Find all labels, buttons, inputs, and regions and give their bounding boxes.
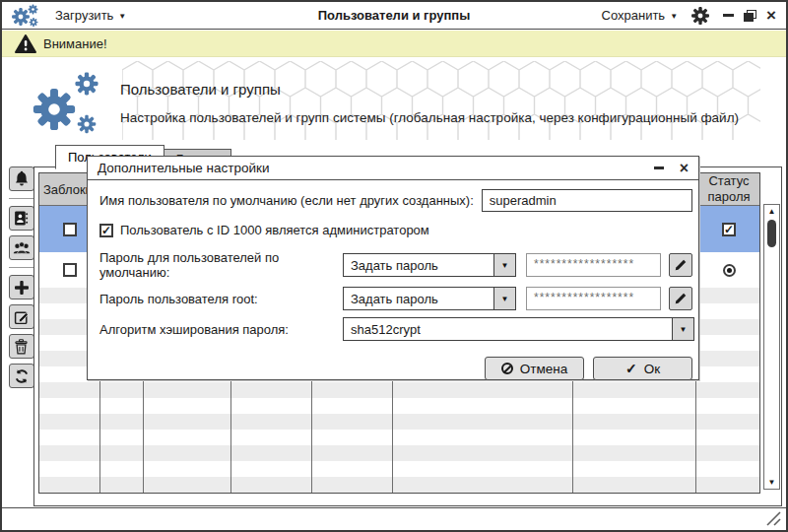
- load-button-label: Загрузить: [55, 8, 113, 23]
- cancel-button[interactable]: Отмена: [485, 357, 584, 380]
- user-groups-button[interactable]: [9, 235, 34, 260]
- module-title: Пользователи и группы: [120, 81, 281, 98]
- minimize-icon[interactable]: [723, 14, 734, 17]
- address-book-button[interactable]: [9, 206, 34, 231]
- save-button[interactable]: Сохранить ▼: [602, 8, 679, 23]
- default-username-input[interactable]: [482, 189, 692, 212]
- address-book-icon: [13, 210, 30, 227]
- dialog-title: Дополнительные настройки: [98, 161, 270, 175]
- combo-value: Задать пароль: [344, 254, 493, 276]
- titlebar: Загрузить ▼ Пользователи и группы Сохран…: [2, 2, 786, 30]
- password-status-radio-selected[interactable]: [723, 264, 736, 277]
- edit-icon: [14, 309, 30, 325]
- additional-settings-dialog: Дополнительные настройки × Имя пользоват…: [87, 156, 699, 380]
- load-button[interactable]: Загрузить ▼: [55, 8, 126, 23]
- pencil-icon: [674, 258, 688, 272]
- resize-grip[interactable]: [766, 511, 781, 526]
- ok-button[interactable]: ✓ Ок: [593, 357, 692, 380]
- users-gears-icon: [28, 67, 104, 140]
- refresh-icon: [14, 368, 30, 384]
- pencil-icon: [674, 292, 688, 305]
- status-bar: [2, 507, 786, 530]
- toolbar-separator: [9, 198, 34, 199]
- cell-password-status: ✓: [696, 206, 761, 252]
- password-status-checkbox-checked[interactable]: ✓: [722, 223, 736, 236]
- chevron-down-icon: ▼: [118, 11, 126, 21]
- root-password-label: Пароль пользователя root:: [99, 292, 343, 306]
- scrollbar-thumb[interactable]: [767, 220, 776, 247]
- vertical-scrollbar[interactable]: ▲ ▼: [763, 204, 780, 490]
- save-button-label: Сохранить: [602, 8, 666, 23]
- chevron-down-icon[interactable]: ▼: [493, 288, 515, 309]
- maximize-icon[interactable]: [744, 10, 756, 22]
- notifications-button[interactable]: [9, 166, 34, 191]
- column-header-password-status[interactable]: Статус пароля: [696, 173, 761, 205]
- chevron-down-icon[interactable]: ▼: [493, 254, 515, 276]
- edit-root-password-button[interactable]: [669, 287, 692, 310]
- side-toolbar: [8, 166, 34, 393]
- dialog-close-icon[interactable]: ×: [680, 163, 689, 174]
- module-header: Пользователи и группы Настройка пользова…: [2, 57, 786, 144]
- cell-password-status: [696, 252, 761, 288]
- settings-gear-icon[interactable]: [691, 7, 709, 25]
- root-password-input[interactable]: ******************: [526, 287, 661, 310]
- module-subtitle: Настройка пользователей и групп системы …: [120, 110, 739, 125]
- toolbar-separator: [9, 267, 34, 268]
- chevron-down-icon: ▼: [670, 11, 678, 21]
- ok-check-icon: ✓: [625, 361, 637, 376]
- edit-user-button[interactable]: [9, 304, 34, 329]
- combo-value: Задать пароль: [344, 288, 493, 309]
- default-username-label: Имя пользователя по умолчанию (если нет …: [99, 193, 474, 208]
- bell-icon: [13, 170, 31, 188]
- user-group-icon: [13, 240, 31, 256]
- chevron-down-icon[interactable]: ▼: [672, 318, 693, 340]
- warning-bar: Внимание!: [2, 31, 786, 57]
- root-password-mode-select[interactable]: Задать пароль ▼: [343, 287, 516, 310]
- cancel-button-label: Отмена: [520, 362, 567, 376]
- warning-text: Внимание!: [43, 36, 107, 51]
- default-password-mode-select[interactable]: Задать пароль ▼: [343, 253, 516, 277]
- dialog-minimize-icon[interactable]: [654, 166, 664, 169]
- app-window: Загрузить ▼ Пользователи и группы Сохран…: [0, 0, 788, 532]
- add-user-button[interactable]: [9, 275, 34, 299]
- scroll-down-icon[interactable]: ▼: [768, 476, 776, 489]
- delete-trash-icon: [14, 339, 29, 355]
- ok-button-label: Ок: [644, 362, 660, 376]
- add-icon: [14, 280, 30, 296]
- admin-id1000-label: Пользователь с ID 1000 является админист…: [120, 223, 429, 237]
- hexagon-pattern-background: [122, 61, 760, 140]
- default-password-label: Пароль для пользователей по умолчанию:: [99, 250, 343, 280]
- close-icon[interactable]: ×: [766, 9, 776, 23]
- dialog-titlebar: Дополнительные настройки ×: [88, 157, 698, 180]
- default-password-input[interactable]: ******************: [526, 253, 661, 277]
- scroll-up-icon[interactable]: ▲: [768, 205, 776, 218]
- blocked-checkbox[interactable]: [63, 263, 77, 277]
- warning-triangle-icon: [15, 34, 36, 53]
- hash-algorithm-select[interactable]: sha512crypt ▼: [343, 317, 694, 341]
- cancel-icon: [501, 363, 513, 374]
- hash-algorithm-label: Алгоритм хэширования пароля:: [99, 322, 343, 337]
- app-logo-gears-icon: [10, 3, 39, 29]
- blocked-checkbox[interactable]: [63, 223, 77, 236]
- edit-default-password-button[interactable]: [669, 253, 692, 277]
- combo-value: sha512crypt: [344, 318, 672, 340]
- admin-id1000-checkbox[interactable]: ✓: [99, 224, 113, 237]
- refresh-button[interactable]: [9, 364, 34, 388]
- delete-user-button[interactable]: [9, 334, 34, 359]
